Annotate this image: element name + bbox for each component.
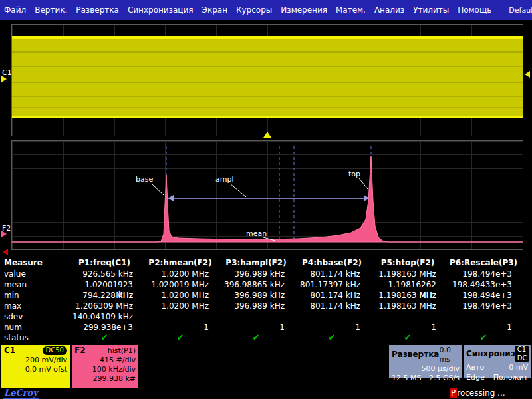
measure-row-label: min [0, 290, 66, 301]
measure-cell: 1.198163 MHz [370, 301, 446, 311]
f2-offset-marker[interactable] [1, 231, 7, 237]
f2-function: hist(P1) [108, 346, 136, 356]
measure-row-label: mean [0, 279, 66, 290]
measure-cell: 801.17397 kHz [294, 279, 370, 290]
ampl-arrow-left-head [168, 195, 174, 201]
c1-descriptor-name: C1 [4, 346, 15, 356]
menu-item-cursors[interactable]: Курсоры [236, 5, 272, 15]
measure-row-label: max [0, 301, 66, 311]
measure-cell: 1 [446, 322, 521, 332]
measure-cell: 1.19816262 MHz [370, 279, 446, 290]
trigger-source-badge: C1 DC [515, 346, 529, 362]
f2-population: 299.938 k# [72, 374, 138, 384]
measure-cell: 1.0200 MHz [142, 301, 218, 311]
measure-table: Measure P1:freq(C1) P2:hmean(F2) P3:hamp… [0, 257, 531, 343]
measure-header-p4[interactable]: P4:hbase(F2) [294, 257, 370, 269]
measure-cell: 198.494e+3 [446, 301, 521, 311]
hist-label-base: base [136, 175, 153, 184]
status-check-icon: ✔ [66, 332, 142, 343]
measure-cell: 299.938e+3 [66, 322, 142, 332]
c1-grid [11, 24, 523, 136]
timebase-delay: 0.0 ms [439, 346, 460, 364]
menu-item-trigger[interactable]: Синхронизация [128, 5, 194, 15]
measure-cell: 1.198163 MHz [370, 290, 446, 301]
measure-cell: 396.989 kHz [218, 290, 294, 301]
measure-cell: 1 [142, 322, 218, 332]
measure-row-label: value [0, 269, 66, 279]
status-check-icon: ✔ [142, 332, 218, 343]
c1-offset: 0.0 mV ofst [1, 365, 70, 374]
measure-header-p6[interactable]: P6:Rescale(P3) [446, 257, 521, 269]
measure-cell: 198.494e+3 [446, 290, 521, 301]
measure-row-status: status✔✔✔✔✔✔ [0, 332, 531, 343]
measure-cell: 1.020019 MHz [142, 279, 218, 290]
measure-cell: 801.174 kHz [294, 290, 370, 301]
menu-item-measure[interactable]: Измерения [281, 5, 327, 15]
measure-cell: 1 [294, 322, 370, 332]
menu-item-file[interactable]: Файл [4, 5, 26, 15]
measure-row-min: min794.228 kHz1.0200 MHz396.989 kHz801.1… [0, 290, 531, 301]
measure-row-sdev: sdev140.04109 kHz--------------- [0, 311, 531, 322]
trigger-type: Edge [466, 373, 485, 382]
measure-header-p1[interactable]: P1:freq(C1) [66, 257, 142, 269]
default-label: Default: [509, 6, 532, 15]
menu-item-timebase[interactable]: Развертка [76, 5, 119, 15]
measure-header-p3[interactable]: P3:hampl(F2) [218, 257, 294, 269]
measure-cell: 794.228 kHz [66, 290, 142, 301]
trigger-title: Синхрониз [466, 349, 515, 359]
menu-item-utilities[interactable]: Утилиты [413, 5, 449, 15]
f2-histogram [12, 156, 523, 242]
measure-cell: 926.565 kHz [66, 269, 142, 279]
measure-row-label: status [0, 332, 66, 343]
menu-item-help[interactable]: Помощь [458, 5, 491, 15]
timebase-title: Развертка [392, 350, 439, 360]
measure-cell: 1.206309 MHz [66, 301, 142, 311]
status-check-icon: ✔ [370, 332, 446, 343]
menu-item-vertical[interactable]: Вертик. [35, 5, 67, 15]
measure-row-mean: mean1.02001923 MHz1.020019 MHz396.98865 … [0, 279, 531, 290]
measure-header-row: Measure P1:freq(C1) P2:hmean(F2) P3:hamp… [0, 257, 531, 269]
f2-grid: base ampl top mean [11, 140, 523, 250]
menu-item-math[interactable]: Матем. [336, 5, 366, 15]
measure-cell: 396.98865 kHz [218, 279, 294, 290]
measure-cell: --- [446, 311, 521, 322]
measure-rows: value926.565 kHz1.0200 MHz396.989 kHz801… [0, 269, 531, 343]
processing-status: Processing ... [450, 388, 505, 398]
measure-cell: --- [294, 311, 370, 322]
menu-item-analysis[interactable]: Анализ [374, 5, 404, 15]
descriptor-f2[interactable]: F2 hist(P1) 415 #/div 100 kHz/div 299.93… [72, 345, 138, 388]
measure-cell: 140.04109 kHz [66, 311, 142, 322]
measure-row-max: max1.206309 MHz1.0200 MHz396.989 kHz801.… [0, 301, 531, 311]
hist-label-top: top [348, 170, 360, 178]
trigger-position-marker[interactable] [263, 132, 271, 138]
c1-offset-marker[interactable] [1, 76, 7, 82]
status-check-icon: ✔ [446, 332, 521, 343]
measure-cell: 801.174 kHz [294, 269, 370, 279]
trigger-level: 0 mV [509, 363, 528, 372]
measure-cell: 396.989 kHz [218, 301, 294, 311]
descriptor-trigger[interactable]: Синхрониз C1 DC Авто 0 mV Edge Положит [464, 345, 531, 378]
measure-cell: 198.49433e+3 [446, 279, 521, 290]
menu-bar: Файл Вертик. Развертка Синхронизация Экр… [0, 0, 532, 20]
c1-scale: 200 mV/div [1, 356, 70, 365]
top-leader-line [359, 178, 368, 189]
measure-cell: 1 [370, 322, 446, 332]
ampl-leader-line [230, 184, 246, 197]
trigger-level-marker[interactable] [525, 71, 530, 78]
trigger-time-marker [3, 249, 8, 255]
measure-header-p2[interactable]: P2:hmean(F2) [142, 257, 218, 269]
measure-row-num: num299.938e+311111 [0, 322, 531, 332]
descriptor-timebase[interactable]: Развертка 0.0 ms 500 µs/div 12.5 MS 2.5 … [389, 345, 462, 378]
status-check-icon: ✔ [294, 332, 370, 343]
c1-coupling-badge: DC50 [43, 346, 67, 355]
f2-descriptor-name: F2 [74, 346, 86, 356]
descriptor-c1[interactable]: C1 DC50 200 mV/div 0.0 mV ofst [1, 345, 70, 388]
menu-item-display[interactable]: Экран [202, 5, 227, 15]
oscilloscope-screen: Файл Вертик. Развертка Синхронизация Экр… [0, 0, 532, 399]
trigger-mode: Авто [466, 363, 484, 372]
measure-cell: --- [142, 311, 218, 322]
measure-cell: 1.0200 MHz [142, 290, 218, 301]
measure-header-p5[interactable]: P5:htop(F2) [370, 257, 446, 269]
f2-histogram-plot: base ampl top mean [12, 141, 523, 249]
processing-status-rest: rocessing ... [457, 388, 505, 398]
